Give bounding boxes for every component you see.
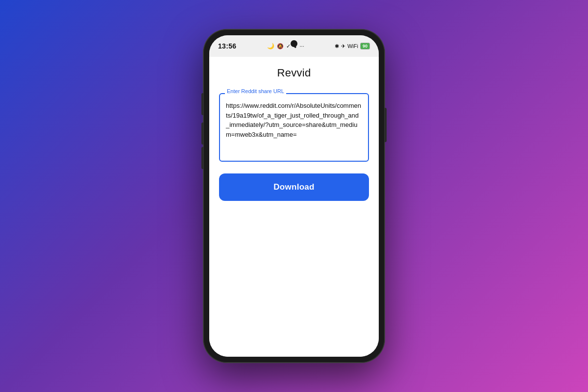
status-icons-left: 🌙 🔕 ✓ ⬇ ··· — [267, 43, 304, 49]
more-icon: ··· — [300, 43, 304, 49]
camera-notch — [291, 40, 297, 47]
url-input-container: Enter Reddit share URL https://www.reddi… — [219, 93, 369, 164]
status-bar: 13:56 🌙 🔕 ✓ ⬇ ··· ✱ ✈ WiFi 90 — [209, 35, 379, 57]
app-title: Revvid — [277, 67, 311, 79]
wifi-icon: WiFi — [347, 43, 358, 49]
url-input-label: Enter Reddit share URL — [225, 88, 286, 94]
url-input[interactable]: https://www.reddit.com/r/AbsoluteUnits/c… — [219, 93, 369, 162]
airplane-icon: ✈ — [341, 43, 345, 49]
status-time: 13:56 — [218, 42, 236, 50]
check-icon: ✓ — [286, 43, 291, 49]
status-icons-right: ✱ ✈ WiFi 90 — [335, 43, 370, 49]
app-content: Revvid Enter Reddit share URL https://ww… — [209, 57, 379, 357]
battery-indicator: 90 — [360, 43, 370, 49]
moon-icon: 🌙 — [267, 43, 274, 49]
bluetooth-icon: ✱ — [335, 43, 339, 49]
phone-frame: 13:56 🌙 🔕 ✓ ⬇ ··· ✱ ✈ WiFi 90 Revvid Ent… — [203, 29, 385, 363]
mute-icon: 🔕 — [277, 43, 284, 49]
download-button[interactable]: Download — [219, 173, 369, 201]
phone-screen: 13:56 🌙 🔕 ✓ ⬇ ··· ✱ ✈ WiFi 90 Revvid Ent… — [209, 35, 379, 357]
